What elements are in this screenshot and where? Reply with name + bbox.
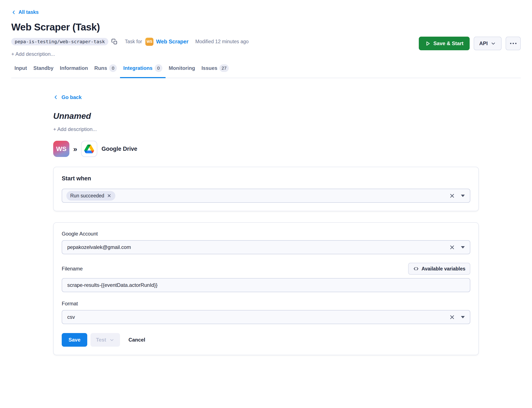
actor-ws-icon: WS <box>145 38 153 46</box>
available-variables-label: Available variables <box>422 266 466 272</box>
integration-flow-row: WS » Google Drive <box>53 141 479 157</box>
tab-runs[interactable]: Runs0 <box>91 64 120 78</box>
page-header: All tasks Web Scraper (Task) pepa-is-tes… <box>0 0 532 78</box>
source-actor-ws-icon: WS <box>53 141 69 157</box>
target-service-name: Google Drive <box>101 146 137 152</box>
integration-detail: Go back Unnamed + Add description... WS … <box>53 78 479 355</box>
chevron-left-icon <box>53 94 58 100</box>
page-title: Web Scraper (Task) <box>11 21 521 33</box>
tab-monitoring[interactable]: Monitoring <box>166 64 198 78</box>
api-label: API <box>479 41 488 46</box>
tab-bar: Input Standby Information Runs0 Integrat… <box>11 64 521 78</box>
google-account-label: Google Account <box>62 231 470 237</box>
code-icon <box>413 266 419 272</box>
filename-label: Filename <box>62 266 83 272</box>
issues-count-badge: 27 <box>219 64 229 72</box>
task-path-badge: pepa-is-testing/web-scraper-task <box>11 38 108 45</box>
copy-icon[interactable] <box>111 39 118 45</box>
dropdown-caret-icon[interactable] <box>461 316 465 318</box>
test-button[interactable]: Test <box>91 333 120 347</box>
all-tasks-back-link[interactable]: All tasks <box>11 9 39 15</box>
save-and-start-label: Save & Start <box>433 41 464 46</box>
tab-integrations[interactable]: Integrations0 <box>120 64 165 78</box>
google-account-select[interactable]: pepakozelvalek@gmail.com <box>62 240 470 254</box>
save-and-start-button[interactable]: Save & Start <box>419 37 470 50</box>
format-value: csv <box>67 314 449 320</box>
integration-add-description-link[interactable]: + Add description... <box>53 126 97 132</box>
more-options-button[interactable] <box>506 37 521 50</box>
start-when-heading: Start when <box>62 175 470 182</box>
actor-link[interactable]: Web Scraper <box>156 39 188 45</box>
tab-input[interactable]: Input <box>11 64 30 78</box>
chevron-left-icon <box>11 10 17 15</box>
modified-timestamp: Modified 12 minutes ago <box>195 39 249 44</box>
start-when-card: Start when Run succeeded <box>53 167 479 211</box>
available-variables-button[interactable]: Available variables <box>408 263 470 275</box>
run-succeeded-tag: Run succeeded <box>66 191 115 201</box>
play-icon <box>425 41 431 46</box>
ellipsis-icon <box>510 43 516 44</box>
dropdown-caret-icon[interactable] <box>461 246 465 248</box>
api-button[interactable]: API <box>474 37 502 50</box>
integrations-count-badge: 0 <box>155 64 162 72</box>
tab-standby[interactable]: Standby <box>30 64 57 78</box>
save-button[interactable]: Save <box>62 333 87 347</box>
filename-input[interactable] <box>62 278 470 292</box>
chevron-down-icon <box>490 41 496 46</box>
remove-tag-icon[interactable] <box>107 193 111 198</box>
tab-information[interactable]: Information <box>57 64 91 78</box>
chevron-down-icon <box>109 337 115 343</box>
format-select[interactable]: csv <box>62 310 470 324</box>
all-tasks-label: All tasks <box>18 9 39 15</box>
double-arrow-icon: » <box>73 145 77 153</box>
runs-count-badge: 0 <box>109 64 117 72</box>
integration-settings-card: Google Account pepakozelvalek@gmail.com … <box>53 222 479 355</box>
cancel-button[interactable]: Cancel <box>129 337 145 343</box>
tab-issues[interactable]: Issues27 <box>198 64 232 78</box>
clear-select-icon[interactable] <box>449 245 455 250</box>
task-for-label: Task for <box>125 39 142 44</box>
add-description-link[interactable]: + Add description... <box>11 51 55 57</box>
clear-select-icon[interactable] <box>449 314 455 320</box>
dropdown-caret-icon[interactable] <box>461 195 465 197</box>
go-back-link[interactable]: Go back <box>53 94 82 100</box>
clear-select-icon[interactable] <box>449 193 455 199</box>
integration-name: Unnamed <box>53 111 479 121</box>
run-succeeded-tag-label: Run succeeded <box>70 193 104 199</box>
format-label: Format <box>62 301 470 307</box>
go-back-label: Go back <box>61 94 82 100</box>
header-actions: Save & Start API <box>419 37 521 50</box>
start-when-multiselect[interactable]: Run succeeded <box>62 189 470 203</box>
google-account-value: pepakozelvalek@gmail.com <box>67 244 449 250</box>
google-drive-icon <box>81 141 97 157</box>
